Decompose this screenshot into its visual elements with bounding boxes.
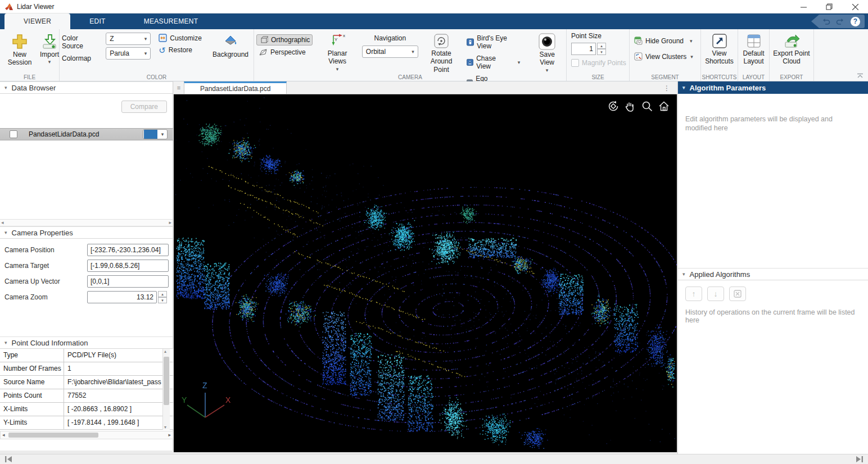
move-up-button[interactable]: ↑ <box>685 286 702 301</box>
scroll-down-icon[interactable]: ▾ <box>164 425 166 430</box>
compare-button[interactable]: Compare <box>121 101 167 113</box>
camera-zoom-stepper[interactable]: ▴ ▾ <box>158 291 167 303</box>
view-shortcuts-button[interactable]: View Shortcuts <box>703 32 735 67</box>
birds-eye-view-icon <box>467 38 474 46</box>
pan-hand-icon[interactable] <box>624 100 636 112</box>
section-export: Export Point Cloud EXPORT <box>770 29 814 81</box>
applied-algorithms-title: Applied Algorithms <box>690 270 751 279</box>
tab-viewer[interactable]: VIEWER <box>4 13 70 29</box>
view-clusters-button[interactable]: View Clusters ▾ <box>632 51 698 62</box>
data-browser-hscrollbar[interactable]: ◂ ▸ <box>0 219 173 226</box>
stepper-up-icon[interactable]: ▴ <box>597 43 606 49</box>
data-browser-header[interactable]: ▾ Data Browser <box>0 81 173 94</box>
table-vscrollbar[interactable]: ▴ ▾ <box>162 349 170 430</box>
import-button[interactable]: Import ▾ <box>37 32 62 68</box>
kebab-menu-icon[interactable]: ⋮ <box>663 81 670 94</box>
camera-target-input[interactable]: [-1.99,0.68,5.26] <box>87 260 169 272</box>
document-tab[interactable]: PandasetLidarData.pcd <box>184 81 287 94</box>
matlab-logo-icon <box>4 3 13 11</box>
collapse-caret-icon[interactable]: ▾ <box>682 271 685 277</box>
home-icon[interactable] <box>658 100 670 112</box>
scroll-left-icon[interactable]: ◂ <box>1 220 4 225</box>
camera-position-input[interactable]: [-232.76,-230.1,236.04] <box>87 244 169 256</box>
customize-colormap-button[interactable]: Customize <box>156 33 204 43</box>
scroll-left-icon[interactable]: ◂ <box>2 432 5 438</box>
move-down-button[interactable]: ↓ <box>707 286 724 301</box>
collapse-caret-icon[interactable]: ▾ <box>4 230 7 235</box>
ribbon-filler <box>814 29 868 81</box>
minimize-button[interactable] <box>790 0 816 13</box>
tab-menu-icon[interactable]: ≡ <box>174 81 184 94</box>
chevron-down-icon: ▾ <box>144 51 147 56</box>
close-button[interactable] <box>842 0 868 13</box>
algorithm-parameters-header[interactable]: ▾ Algorithm Parameters <box>678 81 868 94</box>
zoom-icon[interactable] <box>641 100 653 112</box>
right-panel: ▾ Algorithm Parameters Edit algorithm pa… <box>677 81 868 454</box>
point-cloud-info-header[interactable]: ▾ Point Cloud Information <box>0 336 173 349</box>
view-clusters-icon <box>634 52 643 61</box>
point-cloud-viewport[interactable]: Z Y X <box>174 94 677 452</box>
delete-operation-button[interactable] <box>729 286 746 301</box>
color-swatch[interactable] <box>144 130 157 139</box>
restore-colormap-button[interactable]: ↺ Restore <box>156 45 204 55</box>
view-clusters-caret-icon: ▾ <box>690 54 693 60</box>
orthographic-button[interactable]: Orthographic <box>256 34 313 46</box>
collapse-right-panel-icon[interactable] <box>856 456 864 463</box>
undo-icon[interactable] <box>821 18 830 25</box>
collapse-caret-icon[interactable]: ▾ <box>4 85 7 90</box>
collapse-caret-icon[interactable]: ▾ <box>682 85 685 90</box>
camera-properties-title: Camera Properties <box>12 229 73 237</box>
color-swatch-dropdown[interactable]: ▾ <box>143 129 168 139</box>
section-camera: Orthographic Perspective xY Planar Views <box>254 29 567 81</box>
navigation-label: Navigation <box>374 34 406 42</box>
stepper-down-icon[interactable]: ▾ <box>158 297 167 303</box>
point-cloud-list-item[interactable]: PandasetLidarData.pcd ▾ <box>0 128 173 140</box>
section-export-label: EXPORT <box>770 74 813 80</box>
status-bar <box>0 454 868 464</box>
colormap-dropdown[interactable]: Parula▾ <box>106 47 151 60</box>
default-layout-icon <box>746 33 762 49</box>
help-icon[interactable]: ? <box>851 17 860 26</box>
export-point-cloud-button[interactable]: Export Point Cloud <box>772 32 811 67</box>
stepper-up-icon[interactable]: ▴ <box>158 291 167 297</box>
hide-ground-button[interactable]: Hide Ground ▾ <box>632 35 698 46</box>
planar-views-caret-icon: ▾ <box>336 66 339 72</box>
scroll-right-icon[interactable]: ▸ <box>169 220 171 225</box>
collapse-ribbon-icon[interactable] <box>857 73 864 79</box>
chase-view-button[interactable]: Chase View ▾ <box>464 53 522 71</box>
camera-properties-header[interactable]: ▾ Camera Properties <box>0 226 173 239</box>
color-source-dropdown[interactable]: Z▾ <box>106 33 151 45</box>
new-session-button[interactable]: New Session <box>2 32 37 68</box>
collapse-caret-icon[interactable]: ▾ <box>4 340 7 345</box>
point-size-stepper[interactable]: ▴ ▾ <box>597 43 606 55</box>
scroll-up-icon[interactable]: ▴ <box>164 349 166 354</box>
tab-edit[interactable]: EDIT <box>70 13 125 29</box>
lidar-viewer-app: Lidar Viewer VIEWER EDIT MEASUREMENT ? <box>0 0 868 464</box>
camera-zoom-input[interactable]: 13.12 <box>87 291 157 303</box>
birds-eye-view-button[interactable]: Bird's Eye View <box>464 33 522 51</box>
file-visibility-checkbox[interactable] <box>10 130 17 138</box>
camera-up-vector-input[interactable]: [0,0,1] <box>87 275 169 288</box>
section-size: Point Size 1 ▴ ▾ Magnify Points SIZE <box>567 29 630 81</box>
scrollbar-thumb[interactable] <box>8 433 98 438</box>
collapse-left-panel-icon[interactable] <box>4 456 12 463</box>
navigation-dropdown[interactable]: Orbital▾ <box>362 46 418 58</box>
table-hscrollbar[interactable]: ◂ ▸ <box>0 431 173 439</box>
redo-icon[interactable] <box>836 18 845 25</box>
scrollbar-thumb[interactable] <box>164 357 169 405</box>
background-button[interactable]: Background <box>210 33 251 62</box>
default-layout-button[interactable]: Default Layout <box>740 32 767 67</box>
restore-button[interactable] <box>816 0 842 13</box>
table-row: Number Of Frames 1 <box>0 362 173 376</box>
point-size-input[interactable]: 1 <box>571 43 596 55</box>
magnify-points-checkbox[interactable] <box>571 59 579 67</box>
axis-triad: Z Y X <box>178 378 232 425</box>
stepper-down-icon[interactable]: ▾ <box>597 49 606 55</box>
applied-algorithms-header[interactable]: ▾ Applied Algorithms <box>678 268 868 280</box>
section-file-label: FILE <box>0 74 59 80</box>
rotate-3d-icon[interactable] <box>607 100 620 112</box>
point-cloud-canvas[interactable] <box>174 94 677 452</box>
scroll-right-icon[interactable]: ▸ <box>168 432 171 438</box>
tab-measurement[interactable]: MEASUREMENT <box>125 13 218 29</box>
perspective-button[interactable]: Perspective <box>256 47 313 57</box>
